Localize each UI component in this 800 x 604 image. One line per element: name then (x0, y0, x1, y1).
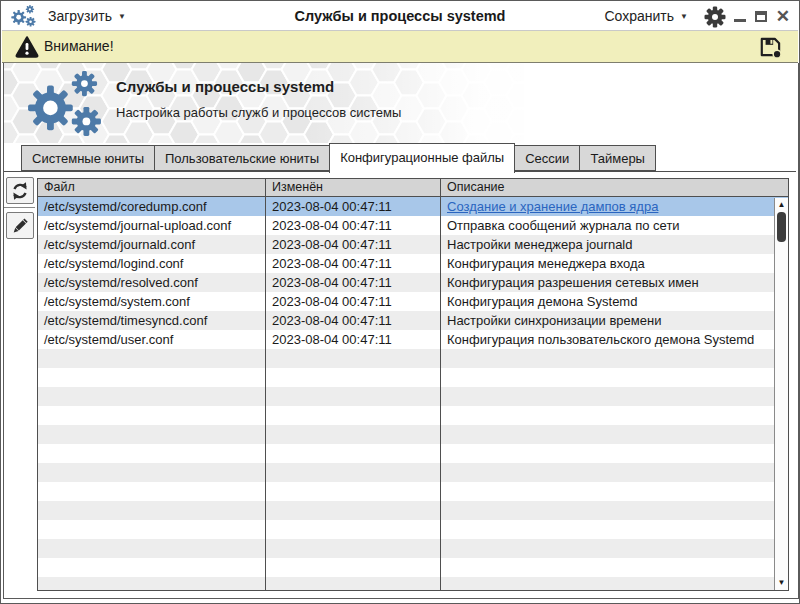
cell-modified: 2023-08-04 00:47:11 (266, 254, 441, 273)
cell-file (38, 349, 266, 368)
cell-description (441, 368, 788, 387)
table-row[interactable]: /etc/systemd/journal-upload.conf2023-08-… (38, 216, 788, 235)
cell-file (38, 406, 266, 425)
cell-description (441, 482, 788, 501)
app-window: Загрузить ▼ Службы и процессы systemd Со… (0, 0, 800, 604)
cell-file (38, 501, 266, 520)
cell-file (38, 577, 266, 590)
column-header-description[interactable]: Описание (441, 179, 788, 196)
table-row-empty (38, 558, 788, 577)
cell-modified (266, 368, 441, 387)
table-row[interactable]: /etc/systemd/coredump.conf2023-08-04 00:… (38, 197, 788, 216)
tab-sessions[interactable]: Сессии (514, 145, 580, 171)
cell-description (441, 577, 788, 590)
cell-file (38, 558, 266, 577)
titlebar: Загрузить ▼ Службы и процессы systemd Со… (2, 1, 798, 31)
table-row[interactable]: /etc/systemd/system.conf2023-08-04 00:47… (38, 292, 788, 311)
settings-gear-icon[interactable] (704, 6, 726, 28)
cell-description: Настройки менеджера journald (441, 235, 788, 254)
table-row-empty (38, 368, 788, 387)
cell-file (38, 444, 266, 463)
cell-file (38, 463, 266, 482)
cell-description (441, 520, 788, 539)
table-row[interactable]: /etc/systemd/user.conf2023-08-04 00:47:1… (38, 330, 788, 349)
page-subtitle: Настройка работы служб и процессов систе… (116, 105, 401, 120)
column-header-file[interactable]: Файл (38, 179, 266, 196)
table-row-empty (38, 482, 788, 501)
scroll-up-icon[interactable]: ▲ (775, 198, 788, 211)
table-row[interactable]: /etc/systemd/resolved.conf2023-08-04 00:… (38, 273, 788, 292)
vertical-scrollbar[interactable]: ▲ ▼ (774, 198, 788, 590)
table-row-empty (38, 425, 788, 444)
cell-file (38, 368, 266, 387)
load-menu-button[interactable]: Загрузить ▼ (48, 1, 126, 31)
cell-description: Конфигурация разрешения сетевых имен (441, 273, 788, 292)
cell-description: Конфигурация пользовательского демона Sy… (441, 330, 788, 349)
minimize-button[interactable] (734, 19, 746, 22)
cell-description (441, 558, 788, 577)
cell-modified (266, 520, 441, 539)
cell-file: /etc/systemd/coredump.conf (38, 197, 266, 216)
table-row-empty (38, 539, 788, 558)
cell-file: /etc/systemd/resolved.conf (38, 273, 266, 292)
column-header-modified[interactable]: Изменён (266, 179, 441, 196)
cell-modified (266, 444, 441, 463)
description-link[interactable]: Создание и хранение дампов ядра (441, 197, 788, 216)
close-button[interactable]: ✕ (776, 8, 790, 25)
cell-modified (266, 406, 441, 425)
cell-file (38, 482, 266, 501)
table-row-empty (38, 406, 788, 425)
toolbar-separator (4, 207, 35, 209)
cell-modified: 2023-08-04 00:47:11 (266, 311, 441, 330)
app-gears-icon (10, 4, 37, 28)
cell-modified (266, 349, 441, 368)
edit-button[interactable] (6, 212, 34, 239)
table-row-empty (38, 520, 788, 539)
warning-bar: Внимание! (2, 31, 798, 63)
tab-timers[interactable]: Таймеры (579, 145, 656, 171)
cell-modified: 2023-08-04 00:47:11 (266, 197, 441, 216)
floppy-disk-icon[interactable] (758, 34, 784, 60)
cell-file: /etc/systemd/system.conf (38, 292, 266, 311)
cell-file: /etc/systemd/timesyncd.conf (38, 311, 266, 330)
cell-modified: 2023-08-04 00:47:11 (266, 235, 441, 254)
cell-description: Конфигурация менеджера входа (441, 254, 788, 273)
cell-modified (266, 558, 441, 577)
config-files-table: Файл Изменён Описание /etc/systemd/cored… (37, 178, 789, 591)
load-menu-label: Загрузить (48, 8, 112, 24)
tab-user-units[interactable]: Пользовательские юниты (154, 145, 330, 171)
table-row[interactable]: /etc/systemd/journald.conf2023-08-04 00:… (38, 235, 788, 254)
table-row-empty (38, 444, 788, 463)
maximize-button[interactable] (755, 11, 767, 22)
cell-description (441, 539, 788, 558)
pencil-icon (10, 216, 30, 236)
warning-label: Внимание! (44, 31, 114, 62)
table-row[interactable]: /etc/systemd/timesyncd.conf2023-08-04 00… (38, 311, 788, 330)
cell-modified (266, 387, 441, 406)
cell-description (441, 406, 788, 425)
table-body: /etc/systemd/coredump.conf2023-08-04 00:… (38, 197, 788, 590)
cell-description (441, 463, 788, 482)
table-row-empty (38, 349, 788, 368)
cell-description: Отправка сообщений журнала по сети (441, 216, 788, 235)
table-row-empty (38, 387, 788, 406)
save-menu-button[interactable]: Сохранить ▼ (605, 1, 689, 31)
vertical-scrollbar-thumb[interactable] (777, 212, 786, 242)
cell-modified: 2023-08-04 00:47:11 (266, 273, 441, 292)
tab-config-files[interactable]: Конфигурационные файлы (329, 143, 515, 173)
cell-description (441, 349, 788, 368)
cell-modified (266, 425, 441, 444)
cell-file: /etc/systemd/journald.conf (38, 235, 266, 254)
scroll-down-icon[interactable]: ▼ (775, 576, 788, 589)
cell-modified (266, 463, 441, 482)
refresh-button[interactable] (6, 177, 34, 204)
cell-modified: 2023-08-04 00:47:11 (266, 292, 441, 311)
tab-system-units[interactable]: Системные юниты (21, 145, 155, 171)
page-title: Службы и процессы systemd (116, 78, 401, 95)
chevron-down-icon: ▼ (680, 12, 688, 21)
cell-description: Конфигурация демона Systemd (441, 292, 788, 311)
chevron-down-icon: ▼ (118, 12, 126, 21)
table-row[interactable]: /etc/systemd/logind.conf2023-08-04 00:47… (38, 254, 788, 273)
cell-description (441, 387, 788, 406)
save-menu-label: Сохранить (605, 8, 675, 24)
